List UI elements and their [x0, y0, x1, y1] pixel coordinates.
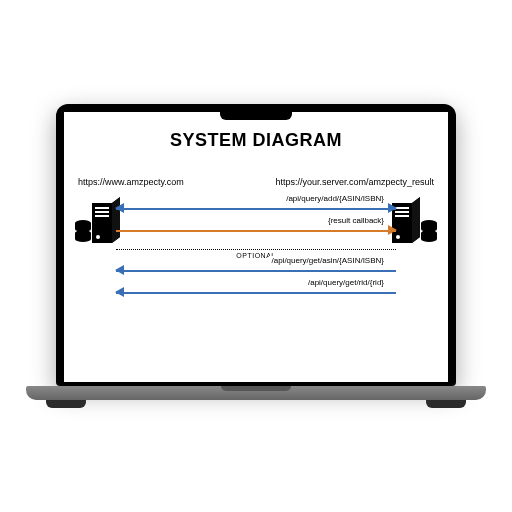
laptop-frame: SYSTEM DIAGRAM https://www.amzpecty.com …: [26, 104, 486, 408]
laptop-feet: [46, 400, 466, 408]
laptop-screen: SYSTEM DIAGRAM https://www.amzpecty.com …: [64, 112, 448, 382]
arrow-label: /api/query/get/asin/{ASIN/ISBN}: [269, 256, 386, 265]
arrow-head-icon: [388, 225, 397, 235]
arrow-head-icon: [388, 203, 397, 213]
right-host-url: https://your.server.com/amzpecty_result: [275, 177, 434, 187]
arrow-get-asin: /api/query/get/asin/{ASIN/ISBN}: [116, 263, 396, 277]
diagram-canvas: /api/query/add/{ASIN/ISBN} {result callb…: [78, 191, 434, 331]
svg-rect-14: [395, 215, 409, 217]
svg-point-15: [396, 235, 400, 239]
arrow-result-callback: {result callback}: [116, 223, 396, 237]
camera-notch: [220, 112, 292, 120]
svg-rect-12: [395, 207, 409, 209]
arrow-get-rid: /api/query/get/rid/{rid}: [116, 285, 396, 299]
database-icon: [420, 219, 438, 243]
svg-rect-7: [95, 215, 109, 217]
svg-rect-5: [95, 207, 109, 209]
arrow-label: /api/query/get/rid/{rid}: [306, 278, 386, 287]
arrow-head-icon: [115, 287, 124, 297]
arrow-line: [116, 270, 396, 272]
arrow-line: [116, 230, 396, 232]
svg-marker-11: [412, 197, 420, 243]
laptop-deck: [26, 386, 486, 400]
laptop-bezel: SYSTEM DIAGRAM https://www.amzpecty.com …: [56, 104, 456, 386]
arrow-add-query: /api/query/add/{ASIN/ISBN}: [116, 201, 396, 215]
arrow-label: {result callback}: [326, 216, 386, 225]
arrow-label: /api/query/add/{ASIN/ISBN}: [284, 194, 386, 203]
left-host-url: https://www.amzpecty.com: [78, 177, 184, 187]
arrow-head-icon: [115, 203, 124, 213]
arrow-line: [116, 208, 396, 210]
laptop-foot: [46, 400, 86, 408]
svg-point-8: [96, 235, 100, 239]
arrow-head-icon: [115, 265, 124, 275]
svg-rect-13: [395, 211, 409, 213]
host-labels-row: https://www.amzpecty.com https://your.se…: [64, 151, 448, 187]
laptop-foot: [426, 400, 466, 408]
arrow-line: [116, 292, 396, 294]
svg-rect-6: [95, 211, 109, 213]
